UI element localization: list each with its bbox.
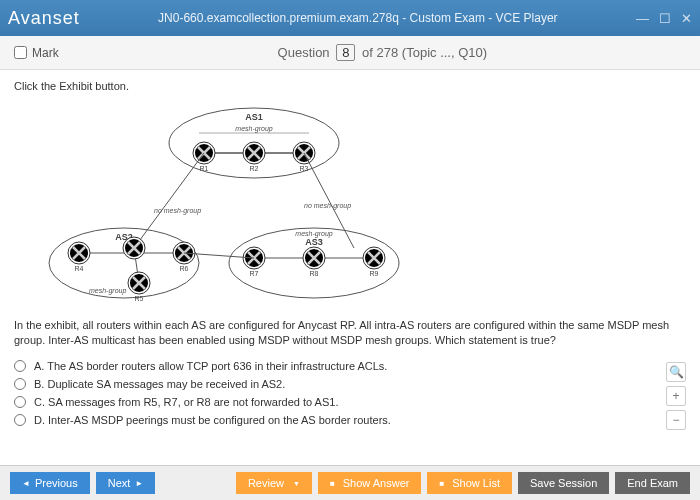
footer-toolbar: Previous Next Review Show Answer Show Li…: [0, 465, 700, 500]
svg-text:mesh-group: mesh-group: [235, 125, 272, 133]
svg-text:R6: R6: [180, 265, 189, 272]
end-exam-button[interactable]: End Exam: [615, 472, 690, 494]
title-bar: Avanset JN0-660.examcollection.premium.e…: [0, 0, 700, 36]
show-answer-button[interactable]: Show Answer: [318, 472, 422, 494]
svg-text:R5: R5: [135, 295, 144, 302]
review-button[interactable]: Review: [236, 472, 312, 494]
answer-c[interactable]: C. SA messages from R5, R7, or R8 are no…: [14, 393, 686, 411]
minimize-icon[interactable]: —: [636, 11, 649, 26]
svg-text:no mesh-group: no mesh-group: [304, 202, 351, 210]
svg-line-16: [134, 153, 204, 248]
answer-d[interactable]: D. Inter-AS MSDP peerings must be config…: [14, 411, 686, 429]
question-text: In the exhibit, all routers within each …: [14, 318, 686, 349]
svg-text:R8: R8: [310, 270, 319, 277]
zoom-controls: 🔍 + −: [666, 362, 686, 430]
maximize-icon[interactable]: ☐: [659, 11, 671, 26]
svg-text:R3: R3: [300, 165, 309, 172]
answer-list: A. The AS border routers allow TCP port …: [14, 357, 686, 429]
zoom-in-button[interactable]: +: [666, 386, 686, 406]
svg-text:R7: R7: [250, 270, 259, 277]
zoom-search-button[interactable]: 🔍: [666, 362, 686, 382]
content-area: Click the Exhibit button. AS1 mesh-group…: [0, 70, 700, 465]
mark-checkbox[interactable]: [14, 46, 27, 59]
svg-text:R2: R2: [250, 165, 259, 172]
answer-c-radio[interactable]: [14, 396, 26, 408]
mark-checkbox-wrap[interactable]: Mark: [14, 46, 59, 60]
previous-button[interactable]: Previous: [10, 472, 90, 494]
show-list-button[interactable]: Show List: [427, 472, 512, 494]
answer-a-radio[interactable]: [14, 360, 26, 372]
window-controls: — ☐ ✕: [636, 11, 692, 26]
svg-text:R9: R9: [370, 270, 379, 277]
instruction-text: Click the Exhibit button.: [14, 80, 686, 92]
svg-text:no mesh-group: no mesh-group: [154, 207, 201, 215]
answer-d-radio[interactable]: [14, 414, 26, 426]
network-diagram: AS1 mesh-group R1 R2 R3 no mesh-group no…: [44, 98, 414, 308]
save-session-button[interactable]: Save Session: [518, 472, 609, 494]
svg-text:mesh-group: mesh-group: [295, 230, 332, 238]
svg-text:R4: R4: [75, 265, 84, 272]
question-header: Mark Question 8 of 278 (Topic ..., Q10): [0, 36, 700, 70]
answer-a[interactable]: A. The AS border routers allow TCP port …: [14, 357, 686, 375]
svg-text:AS1: AS1: [245, 112, 263, 122]
svg-text:AS3: AS3: [305, 237, 323, 247]
answer-b[interactable]: B. Duplicate SA messages may be received…: [14, 375, 686, 393]
next-button[interactable]: Next: [96, 472, 156, 494]
mark-label: Mark: [32, 46, 59, 60]
app-logo: Avanset: [8, 8, 80, 29]
window-title: JN0-660.examcollection.premium.exam.278q…: [158, 11, 557, 25]
svg-text:mesh-group: mesh-group: [89, 287, 126, 295]
zoom-out-button[interactable]: −: [666, 410, 686, 430]
svg-text:R1: R1: [200, 165, 209, 172]
question-number: 8: [336, 44, 355, 61]
close-icon[interactable]: ✕: [681, 11, 692, 26]
answer-b-radio[interactable]: [14, 378, 26, 390]
question-counter: Question 8 of 278 (Topic ..., Q10): [79, 44, 686, 61]
